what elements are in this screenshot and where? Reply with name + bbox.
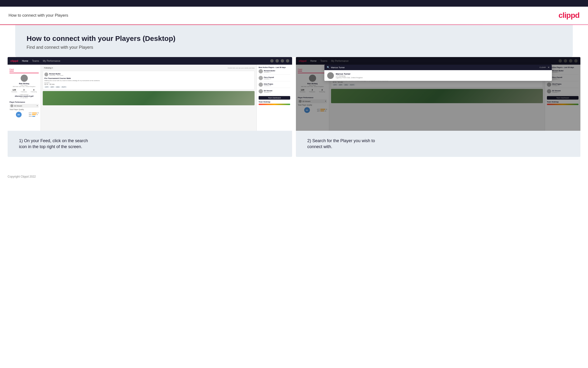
mock-app-2: clippd Home Teams My Performance: [296, 57, 580, 131]
mock-nav-teams[interactable]: Teams: [32, 60, 39, 62]
following-row-1: Following ▾ Control who can see your act…: [43, 66, 255, 69]
profile-name-1: Blair McHarg: [9, 83, 39, 84]
dropdown-arrow-1: ▾: [37, 105, 38, 107]
hero-section: How to connect with your Players (Deskto…: [15, 25, 573, 57]
player-item-acts-2: Activities: 4: [264, 78, 274, 80]
mock-app-1: clippd Home Teams My Performance: [8, 57, 292, 131]
clear-btn-2[interactable]: CLEAR: [540, 66, 546, 68]
player-item-name-4: Eli Vincent: [264, 90, 272, 92]
user-icon[interactable]: [275, 59, 279, 63]
activity-user-meta-1: Yesterday · The Grove: [49, 75, 63, 76]
stat-following: 4 Following: [31, 89, 37, 92]
control-link-1[interactable]: Control who can see your activity and da…: [228, 67, 255, 69]
player-item-info-3: Hiral Pujara Activities: 3: [264, 83, 273, 86]
stat-activities: 129 Activities: [11, 89, 17, 92]
mock-left-panel-1: Feed Blair McHarg Golf Coach Mill Ride G…: [8, 65, 41, 131]
activity-user-info-1: Richard Butler Yesterday · The Grove: [49, 73, 63, 76]
player-item-avatar-3: [259, 83, 263, 87]
avatar-icon[interactable]: [286, 59, 289, 63]
search-icon-overlay: 🔍: [327, 66, 330, 69]
panel-1-screenshot: clippd Home Teams My Performance: [8, 57, 292, 131]
activity-name-1: Afternoon round of golf: [9, 95, 39, 97]
activity-title-1: Pre Tournament Course Walk: [44, 77, 253, 79]
tag-app: APP: [50, 86, 55, 88]
stat-following-num: 4: [31, 89, 37, 91]
mock-nav-performance[interactable]: My Performance: [43, 60, 60, 62]
score-row-1: 84 OTT 79 APP 70 ARG: [9, 111, 39, 118]
score-circle-1: 84: [16, 112, 22, 118]
player-name-1: Eli Vincent: [14, 105, 36, 107]
settings-icon[interactable]: [281, 59, 284, 63]
player-item-1: Richard Butler Activities: 7: [259, 69, 290, 75]
mock-right-panel-1: Most Active Players - Last 30 days Richa…: [256, 65, 292, 131]
panel-2-desc: 2) Search for the Player you wish toconn…: [296, 131, 580, 157]
panel-2: clippd Home Teams My Performance: [296, 57, 580, 157]
main-content: clippd Home Teams My Performance: [0, 57, 588, 166]
profile-stats-1: 129 Activities 3 Followers 4: [9, 89, 39, 92]
result-name-2: Marcus Turner: [336, 73, 363, 75]
hero-wrapper: How to connect with your Players (Deskto…: [0, 25, 588, 57]
tag-putt: PUTT: [61, 86, 67, 88]
team-dashboard-btn-1[interactable]: Team Dashboard: [259, 96, 290, 100]
player-item-4: Eli Vincent Activities: 1: [259, 89, 290, 95]
player-item-acts-1: Activities: 7: [264, 72, 275, 73]
result-info-2: Marcus Turner 1.5 Handicap Cypress Point…: [336, 73, 363, 78]
tag-ott: OTT: [44, 86, 49, 88]
mock-profile-1: Blair McHarg Golf Coach Mill Ride Golf C…: [9, 73, 39, 100]
feed-tab-1[interactable]: Feed: [9, 68, 14, 71]
activity-user-1: Richard Butler Yesterday · The Grove: [44, 73, 253, 76]
hero-subtitle: Find and connect with your Players: [26, 45, 562, 50]
player-avatar-1: [10, 104, 13, 107]
result-detail-2: Cypress Point Club, United Kingdom: [336, 77, 363, 78]
activity-avatar-1: [44, 73, 48, 76]
panel-1-desc: 1) On your Feed, click on the searchicon…: [8, 131, 292, 157]
profile-avatar-1: [21, 75, 28, 82]
duration-1: 02 hr : 00 min: [44, 83, 253, 85]
player-item-avatar-2: [259, 76, 263, 80]
mock-logo-1: clippd: [10, 59, 18, 62]
search-result-2[interactable]: Marcus Turner 1.5 Handicap Cypress Point…: [325, 70, 552, 81]
mock-nav-icons: [270, 59, 289, 63]
result-avatar-2: [327, 72, 334, 79]
search-input-text-2[interactable]: Marcus Turner: [331, 66, 540, 69]
player-item-name-1: Richard Butler: [264, 70, 275, 72]
panel-2-desc-text: 2) Search for the Player you wish toconn…: [307, 138, 569, 150]
player-item-name-3: Hiral Pujara: [264, 83, 273, 85]
player-item-acts-3: Activities: 3: [264, 85, 273, 86]
search-icon[interactable]: [270, 59, 273, 63]
activity-desc-1: Walking the course with my coach to buil…: [44, 80, 253, 81]
player-item-name-2: Piers Parnell: [264, 77, 274, 78]
player-select-1[interactable]: Eli Vincent ▾: [9, 104, 39, 108]
hero-title: How to connect with your Players (Deskto…: [26, 35, 562, 43]
panel-2-screenshot: clippd Home Teams My Performance: [296, 57, 580, 131]
mock-feed-area-1: Following ▾ Control who can see your act…: [41, 65, 256, 131]
player-item-3: Hiral Pujara Activities: 3: [259, 83, 290, 88]
stat-followers-label: Followers: [21, 91, 27, 92]
following-btn-1[interactable]: Following ▾: [43, 66, 54, 69]
panel-1: clippd Home Teams My Performance: [8, 57, 292, 157]
activity-tags-1: OTT APP ARG PUTT: [44, 86, 253, 88]
player-item-avatar-1: [259, 69, 263, 74]
tag-arg: ARG: [55, 86, 60, 88]
activity-date-1: 27 Jul 2022: [9, 97, 39, 98]
player-perf-label-1: Player Performance: [9, 101, 39, 103]
activity-user-name-1: Richard Butler: [49, 73, 63, 75]
stat-activities-label: Activities: [11, 91, 17, 92]
page-title: How to connect with your Players: [9, 13, 68, 18]
close-btn-2[interactable]: ✕: [548, 66, 550, 69]
logo: clippd: [559, 11, 579, 20]
player-item-avatar-4: [259, 89, 263, 93]
player-item-2: Piers Parnell Activities: 4: [259, 76, 290, 81]
right-title-1: Most Active Players - Last 30 days: [259, 66, 290, 68]
stat-followers-num: 3: [21, 89, 27, 91]
heatmap-section-1: Team Heatmap: [259, 101, 290, 105]
score-bars-1: OTT 79 APP 70 ARG: [29, 112, 39, 117]
mock-nav-home[interactable]: Home: [22, 60, 28, 62]
search-bar-2: 🔍 Marcus Turner CLEAR ✕: [325, 65, 552, 70]
panel-1-desc-text: 1) On your Feed, click on the searchicon…: [19, 138, 281, 150]
heatmap-label-1: Team Heatmap: [259, 101, 290, 103]
stat-followers: 3 Followers: [21, 89, 27, 92]
copyright: Copyright Clippd 2022: [0, 171, 588, 182]
heatmap-bar-1: [259, 104, 290, 105]
player-item-info-1: Richard Butler Activities: 7: [264, 70, 275, 73]
